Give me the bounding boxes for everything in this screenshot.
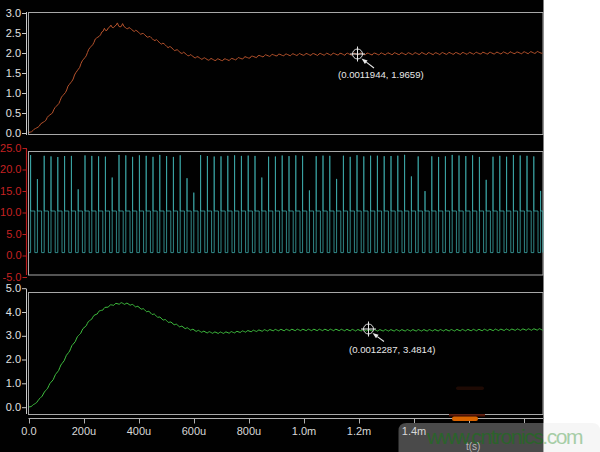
svg-text:0.0: 0.0 <box>6 249 21 261</box>
svg-text:2.0: 2.0 <box>6 353 21 365</box>
svg-text:0.5: 0.5 <box>6 107 21 119</box>
svg-text:200u: 200u <box>72 425 96 437</box>
svg-text:10.0: 10.0 <box>0 206 21 218</box>
svg-text:3.0: 3.0 <box>6 329 21 341</box>
svg-text:5.0: 5.0 <box>6 228 21 240</box>
svg-text:2.5: 2.5 <box>6 27 21 39</box>
svg-text:1.0m: 1.0m <box>292 425 316 437</box>
svg-text:-5.0: -5.0 <box>3 271 22 283</box>
svg-text:0.0: 0.0 <box>21 425 36 437</box>
svg-text:1.0: 1.0 <box>6 87 21 99</box>
svg-text:20.0: 20.0 <box>0 163 21 175</box>
svg-text:5.0: 5.0 <box>6 282 21 294</box>
svg-text:1.5: 1.5 <box>6 67 21 79</box>
svg-text:600u: 600u <box>182 425 206 437</box>
svg-text:800u: 800u <box>237 425 261 437</box>
svg-text:(0.0012287, 3.4814): (0.0012287, 3.4814) <box>349 344 435 355</box>
svg-text:0.0: 0.0 <box>6 127 21 139</box>
svg-text:0.0: 0.0 <box>6 401 21 413</box>
svg-text:25.0: 25.0 <box>0 142 21 154</box>
svg-text:(0.0011944, 1.9659): (0.0011944, 1.9659) <box>338 69 424 80</box>
svg-text:2.0: 2.0 <box>6 47 21 59</box>
svg-text:4.0: 4.0 <box>6 306 21 318</box>
svg-text:1.0: 1.0 <box>6 377 21 389</box>
svg-text:15.0: 15.0 <box>0 185 21 197</box>
svg-text:1.2m: 1.2m <box>347 425 371 437</box>
svg-text:400u: 400u <box>127 425 151 437</box>
svg-text:3.0: 3.0 <box>6 7 21 19</box>
svg-text:t(s): t(s) <box>466 441 480 452</box>
svg-text:1.4m: 1.4m <box>402 425 426 437</box>
